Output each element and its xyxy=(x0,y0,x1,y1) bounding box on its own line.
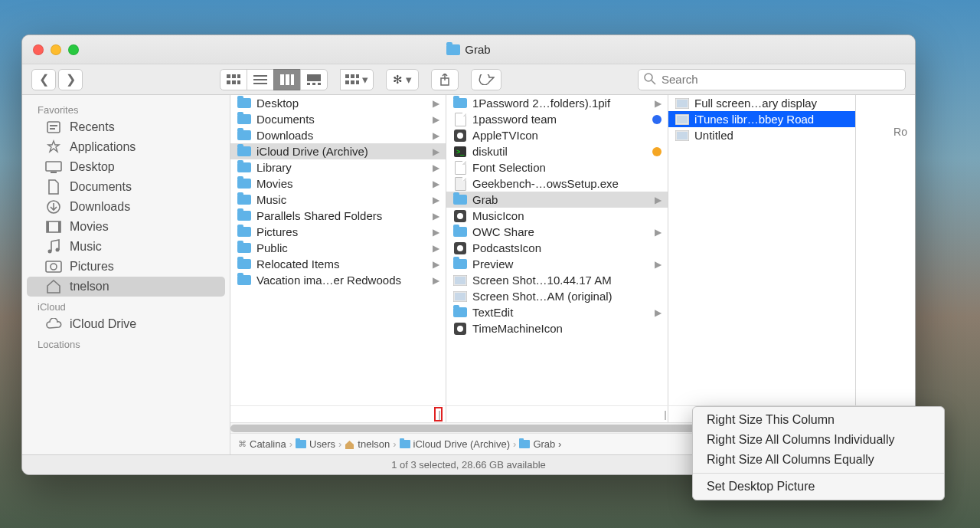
file-row[interactable]: MusicIcon xyxy=(446,208,668,224)
file-row[interactable]: Desktop▶ xyxy=(230,95,446,111)
file-row[interactable]: Preview▶ xyxy=(446,256,668,272)
file-row[interactable]: Music▶ xyxy=(230,192,446,208)
file-row[interactable]: >_diskutil xyxy=(446,143,668,159)
sidebar-item-label: Music xyxy=(70,240,102,254)
file-row[interactable]: OWC Share▶ xyxy=(446,224,668,240)
sidebar-item[interactable]: iCloud Drive xyxy=(27,314,225,334)
column-resize-handle[interactable]: || xyxy=(230,406,446,422)
svg-rect-14 xyxy=(312,83,315,85)
file-label: Screen Shot…10.44.17 AM xyxy=(472,274,662,287)
arrange-button[interactable]: ▾ xyxy=(340,69,374,90)
sidebar-item[interactable]: Documents xyxy=(27,177,225,197)
file-row[interactable]: Public▶ xyxy=(230,240,446,256)
sidebar-item[interactable]: Downloads xyxy=(27,197,225,217)
sidebar-section-title: Favorites xyxy=(22,100,230,117)
sidebar-item[interactable]: Recents xyxy=(27,117,225,137)
svg-rect-49 xyxy=(455,293,466,300)
file-row[interactable]: iCloud Drive (Archive)▶ xyxy=(230,143,446,159)
path-component[interactable]: ⌘Catalina xyxy=(238,438,286,450)
file-row[interactable]: Geekbench-…owsSetup.exe xyxy=(446,175,668,192)
file-row[interactable]: Relocated Items▶ xyxy=(230,256,446,272)
path-icon xyxy=(519,440,530,448)
list-view-button[interactable] xyxy=(247,69,274,90)
action-button[interactable]: ✻ ▾ xyxy=(386,69,419,90)
sidebar-item[interactable]: tnelson xyxy=(27,277,225,297)
file-row[interactable]: 1password team xyxy=(446,111,668,127)
file-label: Vacation ima…er Redwoods xyxy=(256,274,428,287)
file-label: Untitled xyxy=(694,129,849,142)
grid-icon xyxy=(227,74,240,85)
zoom-button[interactable] xyxy=(68,44,79,55)
disclosure-arrow: ▶ xyxy=(433,243,439,254)
file-row[interactable]: Untitled xyxy=(668,127,855,143)
gear-icon: ✻ xyxy=(393,73,403,87)
tag-dot xyxy=(652,147,662,156)
minimize-button[interactable] xyxy=(51,44,61,55)
svg-text:>_: >_ xyxy=(456,148,465,156)
sidebar-item[interactable]: Music xyxy=(27,237,225,257)
terminal-icon: >_ xyxy=(452,146,468,158)
disclosure-arrow: ▶ xyxy=(433,179,439,189)
path-component[interactable]: tnelson xyxy=(345,438,390,450)
file-row[interactable]: iTunes libr…bbey Road xyxy=(668,111,855,127)
disclosure-arrow: ▶ xyxy=(433,259,439,270)
file-row[interactable]: TimeMachineIcon xyxy=(446,320,668,336)
context-menu-item[interactable]: Set Desktop Picture xyxy=(693,477,944,497)
path-icon xyxy=(296,440,306,448)
file-label: Movies xyxy=(256,177,428,190)
column-browser: Desktop▶Documents▶Downloads▶iCloud Drive… xyxy=(230,95,915,454)
close-button[interactable] xyxy=(33,44,44,55)
file-row[interactable]: Downloads▶ xyxy=(230,127,446,143)
file-row[interactable]: Library▶ xyxy=(230,159,446,175)
file-row[interactable]: AppleTVIcon xyxy=(446,127,668,143)
file-row[interactable]: PodcastsIcon xyxy=(446,240,668,256)
apps-icon xyxy=(45,139,62,155)
path-component[interactable]: Grab › xyxy=(519,438,561,450)
file-row[interactable]: Parallels Shared Folders▶ xyxy=(230,208,446,224)
back-button[interactable]: ❮ xyxy=(31,69,56,90)
svg-rect-21 xyxy=(356,80,359,84)
path-component[interactable]: iCloud Drive (Archive) xyxy=(400,438,510,450)
list-icon xyxy=(253,74,267,85)
file-row[interactable]: Full screen…ary display xyxy=(668,95,855,111)
svg-rect-6 xyxy=(253,75,267,77)
file-row[interactable]: 1Password 2…folders).1pif▶ xyxy=(446,95,668,111)
sidebar-item-label: Recents xyxy=(70,120,115,134)
disclosure-arrow: ▶ xyxy=(433,162,439,173)
file-row[interactable]: Font Selection xyxy=(446,159,668,175)
file-row[interactable]: Screen Shot…AM (original) xyxy=(446,288,668,304)
gallery-view-button[interactable] xyxy=(300,69,328,90)
file-row[interactable]: Movies▶ xyxy=(230,175,446,192)
column-view-button[interactable] xyxy=(273,69,301,90)
search-field[interactable] xyxy=(638,69,906,90)
context-menu-item[interactable]: Right Size This Column xyxy=(693,410,944,430)
sidebar-item[interactable]: Applications xyxy=(27,137,225,157)
folder-icon xyxy=(237,130,252,142)
file-row[interactable]: Documents▶ xyxy=(230,111,446,127)
sidebar-item[interactable]: Desktop xyxy=(27,157,225,177)
desktop-icon xyxy=(45,159,62,175)
column: Desktop▶Documents▶Downloads▶iCloud Drive… xyxy=(230,95,446,405)
search-input[interactable] xyxy=(638,69,906,90)
sidebar-item[interactable]: Pictures xyxy=(27,257,225,277)
file-row[interactable]: Vacation ima…er Redwoods▶ xyxy=(230,272,446,288)
disclosure-arrow: ▶ xyxy=(433,275,439,286)
tags-button[interactable] xyxy=(471,69,501,90)
context-menu-item[interactable]: Right Size All Columns Individually xyxy=(693,430,944,450)
folder-icon xyxy=(237,274,252,287)
file-label: Pictures xyxy=(256,225,428,238)
file-row[interactable]: Grab▶ xyxy=(446,192,668,208)
context-menu-item[interactable]: Right Size All Columns Equally xyxy=(693,450,944,470)
share-button[interactable] xyxy=(431,69,459,90)
traffic-lights xyxy=(33,44,79,55)
column-resize-handle[interactable]: || xyxy=(446,406,668,422)
file-row[interactable]: Screen Shot…10.44.17 AM xyxy=(446,272,668,288)
forward-button[interactable]: ❯ xyxy=(58,69,83,90)
file-row[interactable]: Pictures▶ xyxy=(230,224,446,240)
sidebar-item[interactable]: Movies xyxy=(27,217,225,237)
path-component[interactable]: Users xyxy=(296,438,335,450)
icon-view-button[interactable] xyxy=(220,69,247,90)
file-label: Downloads xyxy=(256,129,428,142)
svg-rect-57 xyxy=(677,132,688,139)
file-row[interactable]: TextEdit▶ xyxy=(446,304,668,320)
